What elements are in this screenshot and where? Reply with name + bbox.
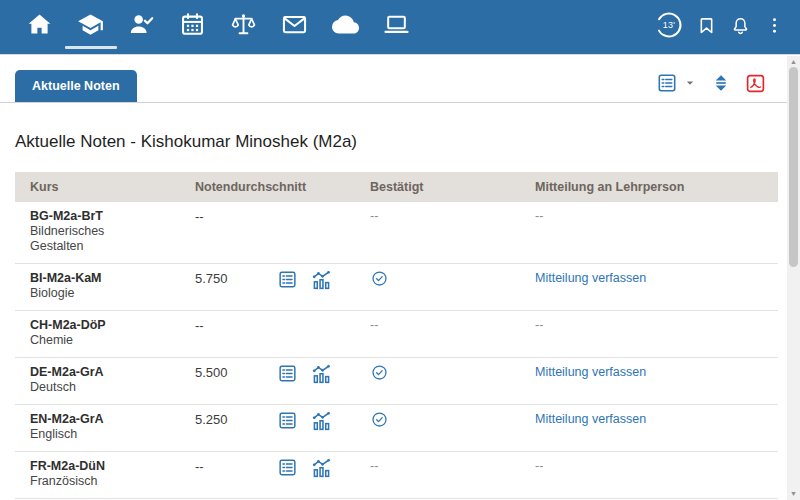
laptop-icon[interactable] [371,0,422,54]
confirmed-check-icon [370,363,389,386]
scrollbar-thumb[interactable] [789,67,798,267]
column-header-kurs: Kurs [15,172,195,202]
table-row: EN-M2a-GrA Englisch 5.250 Mitteilung ver… [15,405,778,452]
course-code: DE-M2a-GrA [30,365,195,380]
table-row: FR-M2a-DüN Französisch -- -- -- [15,452,778,499]
grades-table: Kurs Notendurchschnitt Bestätigt Mitteil… [15,172,778,500]
grade-details-icon[interactable] [277,363,298,390]
pdf-export-icon[interactable] [745,73,766,94]
table-toolbar [656,72,784,102]
grades-table-body: BG-M2a-BrT Bildnerisches Gestalten -- --… [15,202,778,500]
grade-chart-icon[interactable] [310,363,333,390]
chevron-down-icon [683,76,697,90]
more-options-icon[interactable] [762,13,786,37]
message-empty: -- [535,209,543,223]
grade-average: 5.250 [195,412,277,427]
tab-bar: Aktuelle Noten [0,55,800,103]
grade-details-icon[interactable] [277,269,298,296]
grade-chart-icon[interactable] [310,410,333,437]
table-row: DE-M2a-GrA Deutsch 5.500 Mitteilung verf… [15,358,778,405]
grade-details-icon[interactable] [277,457,298,484]
compose-message-link[interactable]: Mitteilung verfassen [535,365,646,379]
main-content: Aktuelle Noten - Kishokumar Minoshek (M2… [0,132,800,500]
notifications-bell-icon[interactable] [728,13,752,37]
tab-aktuelle-noten[interactable]: Aktuelle Noten [15,70,137,103]
course-name: Bildnerisches Gestalten [30,224,148,254]
grade-average: -- [195,459,277,474]
table-row: BG-M2a-BrT Bildnerisches Gestalten -- --… [15,202,778,264]
grade-chart-icon[interactable] [310,269,333,296]
main-nav [14,0,422,54]
grade-chart-icon[interactable] [310,457,333,484]
session-timer-icon[interactable]: 13' [654,10,684,40]
course-name: Französisch [30,474,148,489]
compose-message-link[interactable]: Mitteilung verfassen [535,412,646,426]
confirmed-check-icon [370,410,389,433]
course-code: FR-M2a-DüN [30,459,195,474]
sort-icon[interactable] [710,72,732,94]
course-name: Englisch [30,427,148,442]
home-icon[interactable] [14,0,65,54]
course-name: Deutsch [30,380,148,395]
grade-details-icon[interactable] [277,410,298,437]
column-header-bestaetigt: Bestätigt [370,172,535,202]
table-header-row: Kurs Notendurchschnitt Bestätigt Mitteil… [15,172,778,202]
table-row: CH-M2a-DöP Chemie -- -- -- [15,311,778,358]
message-empty: -- [535,459,543,473]
confirmed-empty: -- [370,459,378,473]
calendar-icon[interactable] [167,0,218,54]
message-empty: -- [535,318,543,332]
top-navigation-bar: 13' [0,0,800,55]
column-header-notendurchschnitt: Notendurchschnitt [195,172,370,202]
scroll-up-icon[interactable]: ▲ [787,57,800,67]
table-row: BI-M2a-KaM Biologie 5.750 Mitteilung ver… [15,264,778,311]
column-settings-button[interactable] [656,72,697,94]
page-title: Aktuelle Noten - Kishokumar Minoshek (M2… [15,132,778,152]
grade-average: -- [195,209,277,224]
cloud-icon[interactable] [320,0,371,54]
course-name: Chemie [30,333,148,348]
course-code: BI-M2a-KaM [30,271,195,286]
topbar-right-actions: 13' [654,10,786,40]
confirmed-check-icon [370,269,389,292]
scales-icon[interactable] [218,0,269,54]
mail-icon[interactable] [269,0,320,54]
scroll-down-icon[interactable]: ▼ [787,489,800,499]
app-window: 13' Aktuelle Noten Aktuelle Noten - Kish… [0,0,800,500]
education-icon[interactable] [65,0,116,54]
bookmark-icon[interactable] [694,13,718,37]
course-code: CH-M2a-DöP [30,318,195,333]
grade-average: 5.750 [195,271,277,286]
confirmed-empty: -- [370,209,378,223]
course-name: Biologie [30,286,148,301]
course-code: BG-M2a-BrT [30,209,195,224]
compose-message-link[interactable]: Mitteilung verfassen [535,271,646,285]
grade-average: -- [195,318,277,333]
grade-average: 5.500 [195,365,277,380]
person-check-icon[interactable] [116,0,167,54]
scrollbar[interactable]: ▲ ▼ [787,56,800,500]
course-code: EN-M2a-GrA [30,412,195,427]
confirmed-empty: -- [370,318,378,332]
column-header-mitteilung: Mitteilung an Lehrperson [535,172,778,202]
